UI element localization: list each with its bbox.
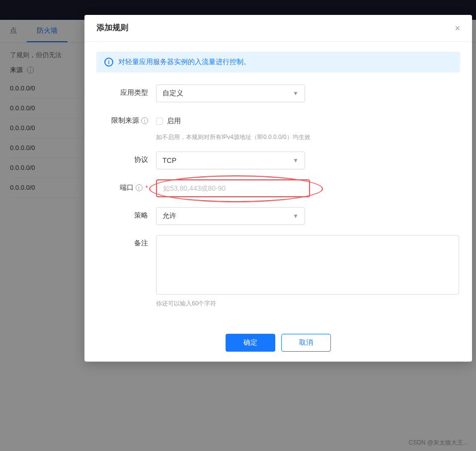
- remarks-row: 备注 你还可以输入60个字符: [96, 235, 460, 308]
- remarks-control: 你还可以输入60个字符: [156, 235, 460, 308]
- modal-header: 添加规则 ×: [84, 15, 472, 42]
- app-type-row: 应用类型 自定义 ▼: [96, 84, 460, 102]
- remarks-textarea[interactable]: [156, 235, 459, 295]
- limit-source-hint: 如不启用，本规则对所有IPv4源地址（即0.0.0.0/0）均生效: [156, 133, 460, 142]
- protocol-row: 协议 TCP ▼: [96, 151, 460, 169]
- limit-source-label: 限制来源 i: [96, 112, 156, 125]
- policy-control: 允许 ▼: [156, 207, 460, 225]
- app-type-value: 自定义: [162, 89, 183, 98]
- protocol-arrow-icon: ▼: [293, 157, 299, 164]
- app-type-select[interactable]: 自定义 ▼: [156, 84, 305, 102]
- port-row: 端口 i *: [96, 179, 460, 197]
- remarks-label: 备注: [96, 235, 156, 248]
- port-input-wrapper: [156, 179, 310, 197]
- port-info-icon[interactable]: i: [136, 184, 143, 191]
- limit-source-checkbox[interactable]: [156, 118, 163, 125]
- protocol-control: TCP ▼: [156, 151, 460, 169]
- modal-body: i 对轻量应用服务器实例的入流量进行控制。 应用类型 自定义 ▼ 限制来源: [84, 42, 472, 326]
- policy-value: 允许: [162, 212, 176, 221]
- confirm-button[interactable]: 确定: [226, 334, 275, 352]
- info-circle-icon: i: [104, 58, 113, 67]
- required-indicator: *: [146, 184, 148, 192]
- char-count-hint: 你还可以输入60个字符: [156, 300, 460, 308]
- limit-source-checkbox-area: 启用: [156, 112, 460, 130]
- limit-source-enable-label: 启用: [167, 117, 181, 126]
- limit-source-info-icon[interactable]: i: [141, 117, 148, 124]
- protocol-label: 协议: [96, 151, 156, 164]
- policy-select[interactable]: 允许 ▼: [156, 207, 305, 225]
- info-banner-text: 对轻量应用服务器实例的入流量进行控制。: [118, 58, 250, 67]
- modal-title: 添加规则: [96, 23, 128, 33]
- info-banner: i 对轻量应用服务器实例的入流量进行控制。: [96, 52, 460, 73]
- modal-close-button[interactable]: ×: [455, 24, 460, 33]
- port-label: 端口 i *: [96, 179, 156, 192]
- add-rule-modal: 添加规则 × i 对轻量应用服务器实例的入流量进行控制。 应用类型 自定义 ▼: [84, 15, 472, 362]
- port-input[interactable]: [156, 179, 310, 197]
- policy-arrow-icon: ▼: [293, 213, 299, 220]
- policy-label: 策略: [96, 207, 156, 220]
- app-type-arrow-icon: ▼: [293, 90, 299, 97]
- app-type-label: 应用类型: [96, 84, 156, 97]
- policy-row: 策略 允许 ▼: [96, 207, 460, 225]
- protocol-select[interactable]: TCP ▼: [156, 151, 305, 169]
- protocol-value: TCP: [162, 156, 176, 164]
- limit-source-control: 启用 如不启用，本规则对所有IPv4源地址（即0.0.0.0/0）均生效: [156, 112, 460, 142]
- background-page: 点 防火墙 了规则，但仍无法 来源 i 0.0.0.0/0 0.0.0.0/0 …: [0, 0, 476, 451]
- port-control: [156, 179, 460, 197]
- limit-source-row: 限制来源 i 启用 如不启用，本规则对所有IPv4源地址（即0.0.0.0/0）…: [96, 112, 460, 142]
- app-type-control: 自定义 ▼: [156, 84, 460, 102]
- cancel-button[interactable]: 取消: [281, 334, 331, 352]
- modal-footer: 确定 取消: [84, 326, 472, 362]
